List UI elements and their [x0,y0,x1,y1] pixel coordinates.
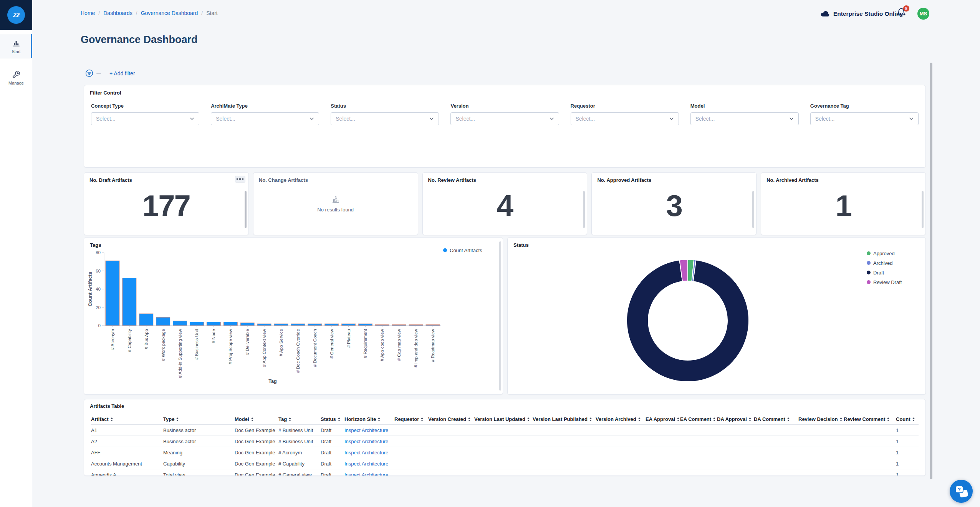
column-header-version-last-updated[interactable]: Version Last Updated [474,416,533,422]
x-axis-title: Tag [268,379,276,384]
table-row[interactable]: Accounts ManagementCapabilityDoc Gen Exa… [91,458,919,469]
card-scrollbar[interactable] [245,191,247,228]
kpi-card-no-review-artifacts: No. Review Artifacts4 [422,172,588,235]
card-menu-button[interactable] [235,176,245,183]
column-header-tag[interactable]: Tag [278,416,321,422]
filter-field-model: ModelSelect... [690,103,799,125]
select-placeholder: Select... [815,116,835,122]
cell-model: Doc Gen Example [235,461,278,467]
column-header-artifact[interactable]: Artifact [91,416,163,422]
filter-select-concept-type[interactable]: Select... [91,112,199,125]
filter-select-model[interactable]: Select... [690,112,799,125]
sort-icon [111,417,113,421]
column-header-label: Status [321,416,336,422]
select-placeholder: Select... [576,116,595,122]
cell-horizzon-site[interactable]: Inspect Architecture [344,450,394,455]
column-header-count[interactable]: Count [896,416,917,422]
cell-type: Business actor [163,439,235,444]
tags-bar [274,324,288,326]
filter-select-status[interactable]: Select... [331,112,439,125]
sidebar-item-start[interactable]: Start [0,34,32,58]
column-header-requestor[interactable]: Requestor [394,416,428,422]
sidebar-item-manage[interactable]: Manage [0,65,32,90]
cell-horizzon-site[interactable]: Inspect Architecture [344,461,394,467]
app-logo[interactable]: zz [0,0,32,30]
column-header-review-decision[interactable]: Review Decision [798,416,844,422]
cell-horizzon-site[interactable]: Inspect Architecture [344,472,394,476]
kpi-card-title: No. Approved Artifacts [597,177,751,183]
column-header-model[interactable]: Model [235,416,278,422]
chevron-down-icon [309,116,315,122]
card-scrollbar[interactable] [752,191,754,228]
column-header-label: Version Last Published [533,416,588,422]
column-header-da-approval[interactable]: DA Approval [717,416,754,422]
column-header-review-comment[interactable]: Review Comment [844,416,896,422]
table-row[interactable]: Appendix ATotal viewDoc Gen Example# Gen… [91,469,919,476]
filter-field-label: Version [450,103,559,109]
table-row[interactable]: A1Business actorDoc Gen Example# Busines… [91,425,919,436]
breadcrumb-item-governance-dashboard[interactable]: Governance Dashboard [141,10,198,16]
column-header-version-created[interactable]: Version Created [428,416,474,422]
tags-x-label: # Business Unit [194,329,199,360]
card-scrollbar[interactable] [583,191,585,228]
tags-bar [139,314,153,326]
filter-select-archimate-type[interactable]: Select... [211,112,319,125]
svg-text:80: 80 [96,250,101,255]
filter-fields: Concept TypeSelect...ArchiMate TypeSelec… [91,103,919,125]
panel-scrollbar[interactable] [499,241,501,391]
column-header-horizzon-site[interactable]: Horizzon Site [344,416,394,422]
tags-bar [392,325,406,326]
notifications-button[interactable]: 8 [896,8,909,21]
main-scrollbar[interactable] [930,63,932,479]
filter-circle-icon[interactable] [85,69,93,77]
table-row[interactable]: AFFMeaningDoc Gen Example# AcronymDraftI… [91,447,919,458]
cell-type: Meaning [163,450,235,455]
filter-select-governance-tag[interactable]: Select... [810,112,919,125]
column-header-version-last-published[interactable]: Version Last Published [533,416,596,422]
breadcrumb-item-dashboards[interactable]: Dashboards [103,10,132,16]
tags-bar [173,321,187,326]
select-placeholder: Select... [336,116,355,122]
cell-model: Doc Gen Example [235,427,278,433]
column-header-type[interactable]: Type [163,416,235,422]
filter-field-version: VersionSelect... [450,103,559,125]
cell-horizzon-site[interactable]: Inspect Architecture [344,427,394,433]
column-header-ea-comment[interactable]: EA Comment [680,416,717,422]
tags-bar [240,323,254,326]
table-row[interactable]: A2Business actorDoc Gen Example# Busines… [91,436,919,447]
column-header-ea-approval[interactable]: EA Approval [646,416,680,422]
cell-horizzon-site[interactable]: Inspect Architecture [344,439,394,444]
tags-bar [156,317,170,326]
filter-field-label: Requestor [571,103,679,109]
kpi-value: 177 [84,188,248,223]
artifacts-table: ArtifactTypeModelTagStatusHorizzon SiteR… [91,414,919,476]
column-header-version-archived[interactable]: Version Archived [596,416,646,422]
svg-text:60: 60 [96,269,101,273]
sort-icon [749,417,751,421]
help-chat-button[interactable]: ? [950,480,973,503]
filter-select-version[interactable]: Select... [450,112,559,125]
filter-field-status: StatusSelect... [331,103,439,125]
tags-x-label: # Capability [127,329,132,352]
sidebar-item-label: Start [12,49,20,54]
cell-count: 1 [896,427,917,433]
column-header-status[interactable]: Status [321,416,344,422]
filter-select-requestor[interactable]: Select... [571,112,679,125]
filter-field-archimate-type: ArchiMate TypeSelect... [211,103,319,125]
tags-x-label: # Plateau [346,329,351,348]
column-header-label: DA Comment [754,416,785,422]
sort-icon [338,417,340,421]
user-avatar[interactable]: MS [917,8,929,20]
cell-count: 1 [896,450,917,455]
breadcrumb-item-home[interactable]: Home [81,10,95,16]
tags-x-label: # Imp and dep view [414,329,418,367]
card-scrollbar[interactable] [922,191,924,228]
bar-chart-icon [331,195,340,204]
cell-status: Draft [321,439,344,444]
product-name: Enterprise Studio Online [833,10,903,17]
column-header-label: Artifact [91,416,109,422]
column-header-da-comment[interactable]: DA Comment [754,416,798,422]
chevron-down-icon [189,116,195,122]
add-filter-button[interactable]: + Add filter [109,70,135,76]
tags-x-label: # Acronym [110,329,115,350]
